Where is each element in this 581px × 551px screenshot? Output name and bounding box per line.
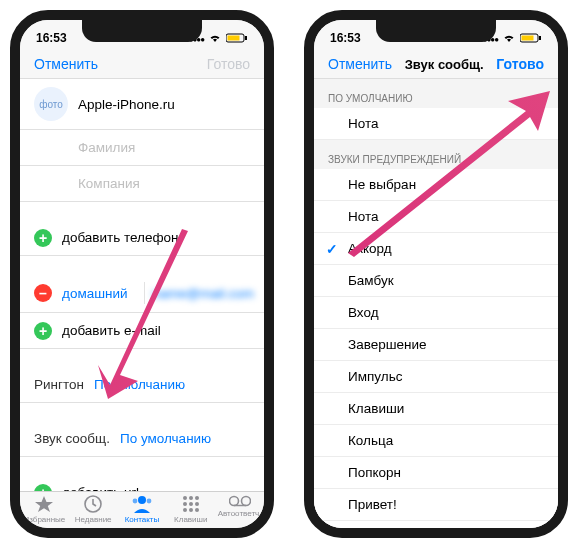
tab-voicemail[interactable]: Автоответч. — [215, 495, 264, 524]
sound-list[interactable]: ПО УМОЛЧАНИЮ Нота ЗВУКИ ПРЕДУПРЕЖДЕНИЙ Н… — [314, 79, 558, 528]
status-time: 16:53 — [330, 31, 361, 45]
first-name-field[interactable]: Apple-iPhone.ru — [78, 97, 175, 112]
sound-row[interactable]: Импульс — [314, 361, 558, 393]
plus-icon: + — [34, 322, 52, 340]
notch — [376, 20, 496, 42]
sound-name: Импульс — [348, 369, 402, 384]
photo-badge[interactable]: фото — [34, 87, 68, 121]
tab-contacts[interactable]: Контакты — [118, 495, 167, 524]
textsound-label: Звук сообщ. — [34, 431, 110, 446]
done-button[interactable]: Готово — [496, 56, 544, 72]
svg-point-9 — [195, 496, 199, 500]
edit-contact-form: фото Apple-iPhone.ru Фамилия Компания + … — [20, 79, 264, 491]
nav-title: Звук сообщ. — [405, 57, 484, 72]
company-field[interactable]: Компания — [78, 176, 140, 191]
sound-row[interactable]: Бамбук — [314, 265, 558, 297]
done-button[interactable]: Готово — [207, 56, 250, 72]
clock-icon — [84, 495, 102, 513]
cancel-button[interactable]: Отменить — [328, 56, 392, 72]
svg-point-11 — [189, 502, 193, 506]
device-left: 16:53 Отменить Готово фото Apple-iPhone.… — [10, 10, 274, 538]
wifi-icon — [208, 33, 222, 43]
plus-icon: + — [34, 484, 52, 492]
tab-label: Избранные — [23, 515, 65, 524]
minus-icon: – — [34, 284, 52, 302]
svg-point-6 — [147, 499, 152, 504]
battery-icon — [226, 33, 248, 43]
sound-row[interactable]: Вход — [314, 297, 558, 329]
notch — [82, 20, 202, 42]
svg-point-14 — [189, 508, 193, 512]
nav-bar: Отменить Готово — [20, 50, 264, 79]
svg-rect-20 — [522, 36, 534, 41]
svg-point-16 — [229, 497, 238, 506]
svg-point-17 — [241, 497, 250, 506]
annotation-arrow — [342, 89, 552, 259]
sound-name: Бамбук — [348, 273, 394, 288]
name-row[interactable]: фото Apple-iPhone.ru — [20, 79, 264, 130]
tab-label: Контакты — [125, 515, 160, 524]
svg-point-7 — [183, 496, 187, 500]
sound-row[interactable]: Попкорн — [314, 457, 558, 489]
tab-label: Клавиши — [174, 515, 207, 524]
star-icon — [34, 495, 54, 513]
svg-point-5 — [133, 499, 138, 504]
checkmark-icon: ✓ — [326, 241, 338, 257]
svg-rect-21 — [539, 36, 541, 40]
tab-recents[interactable]: Недавние — [69, 495, 118, 524]
sound-row[interactable]: Завершение — [314, 329, 558, 361]
svg-point-12 — [195, 502, 199, 506]
nav-bar: Отменить Звук сообщ. Готово — [314, 50, 558, 79]
sound-name: Завершение — [348, 337, 427, 352]
tab-bar: Избранные Недавние Контакты Клавиши Авто… — [20, 491, 264, 528]
surname-field[interactable]: Фамилия — [78, 140, 135, 155]
add-url-row[interactable]: + добавить url — [20, 475, 264, 491]
svg-point-13 — [183, 508, 187, 512]
battery-icon — [520, 33, 542, 43]
keypad-icon — [182, 495, 200, 513]
add-url-label: добавить url — [62, 485, 139, 491]
wifi-icon — [502, 33, 516, 43]
cancel-button[interactable]: Отменить — [34, 56, 98, 72]
tab-keypad[interactable]: Клавиши — [166, 495, 215, 524]
svg-point-15 — [195, 508, 199, 512]
textsound-value: По умолчанию — [120, 431, 211, 446]
svg-point-10 — [183, 502, 187, 506]
tab-label: Автоответч. — [218, 509, 262, 518]
tab-label: Недавние — [75, 515, 112, 524]
sound-name: Клавиши — [348, 401, 404, 416]
voicemail-icon — [229, 495, 251, 507]
sound-row[interactable]: Синтезатор — [314, 521, 558, 528]
tab-favorites[interactable]: Избранные — [20, 495, 69, 524]
sound-row[interactable]: Кольца — [314, 425, 558, 457]
sound-name: Привет! — [348, 497, 397, 512]
sound-name: Кольца — [348, 433, 393, 448]
sound-name: Вход — [348, 305, 379, 320]
ringtone-label: Рингтон — [34, 377, 84, 392]
svg-point-4 — [138, 496, 146, 504]
svg-rect-1 — [228, 36, 240, 41]
textsound-row[interactable]: Звук сообщ. По умолчанию — [20, 421, 264, 457]
svg-point-8 — [189, 496, 193, 500]
sound-row[interactable]: Привет! — [314, 489, 558, 521]
device-right: 16:53 Отменить Звук сообщ. Готово ПО УМО… — [304, 10, 568, 538]
annotation-arrow — [94, 225, 190, 399]
sound-name: Попкорн — [348, 465, 401, 480]
contacts-icon — [131, 495, 153, 513]
plus-icon: + — [34, 229, 52, 247]
surname-row[interactable]: Фамилия — [20, 130, 264, 166]
status-time: 16:53 — [36, 31, 67, 45]
svg-rect-2 — [245, 36, 247, 40]
sound-row[interactable]: Клавиши — [314, 393, 558, 425]
company-row[interactable]: Компания — [20, 166, 264, 202]
